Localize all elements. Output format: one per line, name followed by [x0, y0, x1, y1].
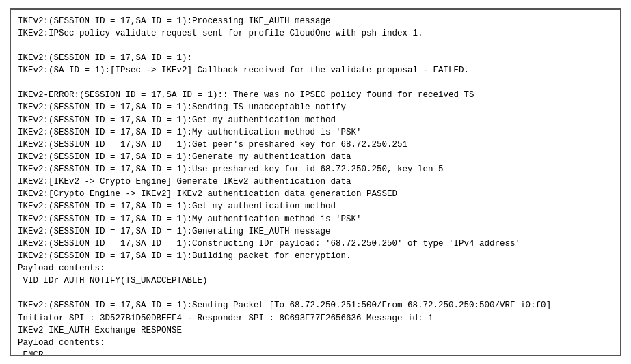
terminal-line: IKEv2-ERROR:(SESSION ID = 17,SA ID = 1):… — [18, 89, 613, 101]
terminal-line: IKEv2 IKE_AUTH Exchange RESPONSE — [18, 324, 613, 337]
terminal-line: IKEv2:(SESSION ID = 17,SA ID = 1): — [18, 52, 613, 64]
terminal-line: IKEv2:[Crypto Engine -> IKEv2] IKEv2 aut… — [18, 188, 613, 200]
terminal-window: IKEv2:(SESSION ID = 17,SA ID = 1):Proces… — [10, 8, 621, 356]
terminal-line: IKEv2:(SESSION ID = 17,SA ID = 1):Buildi… — [18, 250, 613, 262]
terminal-line: IKEv2:[IKEv2 -> Crypto Engine] Generate … — [18, 176, 613, 188]
terminal-line: IKEv2:(SESSION ID = 17,SA ID = 1):My aut… — [18, 126, 613, 139]
terminal-line: IKEv2:(SESSION ID = 17,SA ID = 1):Get pe… — [18, 139, 613, 151]
terminal-line — [18, 287, 613, 299]
terminal-line: IKEv2:(SESSION ID = 17,SA ID = 1):Use pr… — [18, 163, 613, 176]
terminal-line: Payload contents: — [18, 262, 613, 275]
terminal-line: IKEv2:(SESSION ID = 17,SA ID = 1):Get my… — [18, 114, 613, 126]
terminal-line: IKEv2:(SESSION ID = 17,SA ID = 1):Constr… — [18, 238, 613, 250]
terminal-line: IKEv2:(SESSION ID = 17,SA ID = 1):Genera… — [18, 151, 613, 163]
terminal-line: IKEv2:(SESSION ID = 17,SA ID = 1):Proces… — [18, 15, 613, 27]
terminal-line: VID IDr AUTH NOTIFY(TS_UNACCEPTABLE) — [18, 275, 613, 287]
terminal-line: IKEv2:(SESSION ID = 17,SA ID = 1):Sendin… — [18, 299, 613, 311]
terminal-line: ENCR — [18, 349, 613, 356]
terminal-line — [18, 40, 613, 52]
terminal-line: IKEv2:(SA ID = 1):[IPsec -> IKEv2] Callb… — [18, 64, 613, 76]
terminal-line: IKEv2:IPSec policy validate request sent… — [18, 27, 613, 40]
terminal-line: IKEv2:(SESSION ID = 17,SA ID = 1):Genera… — [18, 225, 613, 238]
terminal-line: IKEv2:(SESSION ID = 17,SA ID = 1):Sendin… — [18, 101, 613, 113]
terminal-line: IKEv2:(SESSION ID = 17,SA ID = 1):My aut… — [18, 213, 613, 225]
terminal-content: IKEv2:(SESSION ID = 17,SA ID = 1):Proces… — [18, 15, 613, 356]
terminal-line: Payload contents: — [18, 337, 613, 349]
terminal-line: Initiator SPI : 3D527B1D50DBEEF4 - Respo… — [18, 312, 613, 324]
terminal-line — [18, 76, 613, 89]
terminal-line: IKEv2:(SESSION ID = 17,SA ID = 1):Get my… — [18, 200, 613, 212]
